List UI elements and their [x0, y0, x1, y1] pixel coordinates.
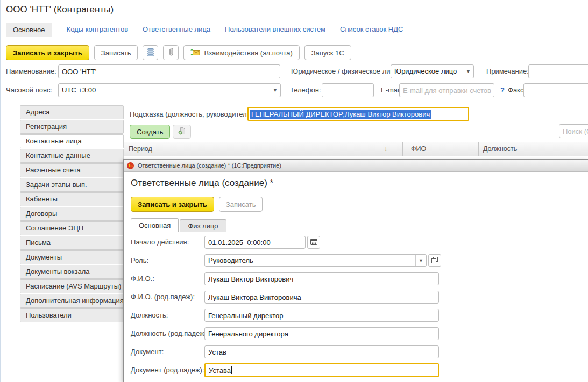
role-label: Роль: [131, 254, 148, 267]
sidebar-item-documents[interactable]: Документы [20, 250, 124, 264]
full-name-label: Ф.И.О.: [131, 272, 154, 285]
full-name-genitive-input[interactable] [204, 291, 439, 304]
attachments-button[interactable] [163, 45, 179, 60]
sidebar-item-users[interactable]: Пользователи [20, 308, 124, 322]
create-button[interactable]: Создать [130, 125, 170, 139]
column-header-position[interactable]: Должность [483, 142, 517, 156]
email-input[interactable] [399, 83, 494, 97]
column-divider [402, 142, 403, 156]
entity-type-label: Юридическое / физическое лицо: [291, 64, 400, 78]
dialog-heading: Ответственные лица (создание) * [131, 178, 273, 189]
hint-label: Подсказка (должность, руководитель): [130, 107, 254, 121]
phone-input[interactable] [322, 83, 374, 97]
sidebar-item-eds-agreement[interactable]: Соглашение ЭЦП [20, 221, 124, 235]
entity-type-select[interactable]: Юридическое лицо ▼ [391, 64, 474, 78]
role-select[interactable]: Руководитель ▼ [204, 254, 427, 267]
save-button[interactable]: Записать [94, 45, 138, 60]
dialog-toolbar: Записать и закрыть Записать [131, 197, 263, 212]
main-toolbar: Записать и закрыть Записать Взаимодейств… [6, 45, 351, 60]
nav-link-responsible-persons[interactable]: Ответственные лица [143, 25, 210, 34]
open-in-window-icon [431, 257, 438, 265]
tab-strip-line [124, 232, 588, 232]
sidebar-item-additional-info[interactable]: Дополнительная информация [20, 294, 124, 308]
launch-1c-button[interactable]: Запуск 1С [304, 45, 351, 60]
sidebar-item-tasks-stages[interactable]: Задачи этапы вып. [20, 178, 124, 192]
start-date-input[interactable] [204, 236, 306, 249]
1c-logo-icon: 1с [127, 162, 134, 169]
sidebar-item-cabinets[interactable]: Кабинеты [20, 192, 124, 206]
interactions-label: Взаимодействия (эл.почта) [204, 49, 292, 57]
sidebar: Адреса Регистрация Контактные лица Конта… [20, 105, 124, 323]
tab-main[interactable]: Основное [6, 23, 52, 37]
dialog-tabs: Основная Физ лицо [131, 218, 226, 232]
timezone-value: UTC +3:00 [59, 84, 270, 97]
nav-link-codes[interactable]: Коды контрагентов [67, 25, 129, 34]
sort-descending-icon[interactable]: ↓ [384, 142, 387, 156]
position-label: Должность: [131, 309, 168, 322]
sidebar-item-contact-persons[interactable]: Контактные лица [20, 134, 124, 148]
interactions-button[interactable]: Взаимодействия (эл.почта) [183, 45, 299, 60]
dialog-save-close-button[interactable]: Записать и закрыть [131, 197, 214, 212]
dialog-save-button[interactable]: Записать [219, 197, 263, 212]
document-genitive-label: Документ (род.падеж): [131, 364, 204, 377]
role-value: Руководитель [205, 255, 415, 266]
chevron-down-icon[interactable]: ▼ [463, 65, 473, 78]
position-genitive-input[interactable] [204, 327, 439, 340]
text-caret [231, 366, 232, 374]
document-genitive-value: Устава [207, 366, 231, 374]
table-header-row: Период ↓ ФИО Должность [124, 142, 588, 156]
full-name-genitive-label: Ф.И.О. (род.падеж): [131, 291, 195, 304]
dialog-titlebar[interactable]: 1с Ответственные лица (создание) * (1С:П… [124, 160, 588, 172]
email-help-link[interactable]: ? [500, 83, 505, 97]
sidebar-item-schedule[interactable]: Расписание (AVS Маршруты) [20, 279, 124, 293]
copy-document-plus-icon [178, 127, 186, 136]
full-name-input[interactable] [204, 272, 439, 285]
phone-label: Телефон: [290, 83, 321, 97]
app-window: ООО 'НТТ' (Контрагенты) Основное Коды ко… [0, 0, 588, 382]
calendar-button[interactable] [307, 236, 320, 249]
nav-link-external-users[interactable]: Пользователи внешних систем [225, 25, 325, 34]
mail-icon [190, 48, 200, 57]
search-input[interactable] [559, 124, 588, 138]
sidebar-item-letters[interactable]: Письма [20, 236, 124, 250]
dialog-titlebar-text: Ответственные лица (создание) * (1С:Пред… [138, 162, 281, 169]
name-input[interactable] [58, 64, 280, 78]
open-role-button[interactable] [428, 254, 441, 267]
sidebar-item-registration[interactable]: Регистрация [20, 120, 124, 134]
sidebar-item-addresses[interactable]: Адреса [20, 105, 124, 119]
list-icon [147, 48, 154, 58]
sidebar-item-station-documents[interactable]: Документы вокзала [20, 265, 124, 279]
save-close-button[interactable]: Записать и закрыть [6, 45, 89, 60]
create-by-copy-button[interactable] [173, 125, 191, 139]
note-label: Примечание: [486, 64, 529, 78]
sidebar-item-bank-accounts[interactable]: Расчетные счета [20, 163, 124, 177]
timezone-select[interactable]: UTC +3:00 ▼ [58, 83, 281, 97]
hint-selected-text: ГЕНЕРАЛЬНЫЙ ДИРЕКТОР;Лукаш Виктор Виктор… [250, 110, 431, 119]
nav-bar: Основное Коды контрагентов Ответственные… [6, 23, 403, 37]
chevron-down-icon[interactable]: ▼ [270, 84, 280, 97]
column-header-period[interactable]: Период [129, 142, 152, 156]
document-input[interactable] [204, 345, 439, 358]
column-divider [478, 142, 479, 156]
header-separator [1, 102, 588, 102]
tab-main-dialog[interactable]: Основная [131, 218, 179, 232]
chevron-down-icon[interactable]: ▼ [415, 255, 426, 266]
name-label: Наименование: [6, 64, 56, 78]
entity-type-value: Юридическое лицо [391, 65, 463, 78]
paperclip-icon [168, 48, 174, 58]
tab-individual[interactable]: Физ лицо [180, 219, 226, 232]
hint-input[interactable]: ГЕНЕРАЛЬНЫЙ ДИРЕКТОР;Лукаш Виктор Виктор… [247, 107, 469, 121]
position-input[interactable] [204, 309, 439, 322]
column-header-fio[interactable]: ФИО [411, 142, 426, 156]
timezone-label: Часовой пояс: [6, 83, 52, 97]
sidebar-item-contact-data[interactable]: Контактные данные [20, 149, 124, 163]
start-date-label: Начало действия: [131, 236, 189, 249]
list-button[interactable] [143, 45, 158, 60]
nav-link-vat-rates[interactable]: Список ставок НДС [340, 25, 403, 34]
fax-input[interactable] [523, 83, 588, 97]
responsible-person-dialog: 1с Ответственные лица (создание) * (1С:П… [123, 159, 588, 382]
calendar-icon [310, 238, 317, 247]
document-genitive-input[interactable]: Устава [204, 363, 439, 377]
note-input[interactable] [528, 64, 588, 78]
sidebar-item-contracts[interactable]: Договоры [20, 207, 124, 221]
